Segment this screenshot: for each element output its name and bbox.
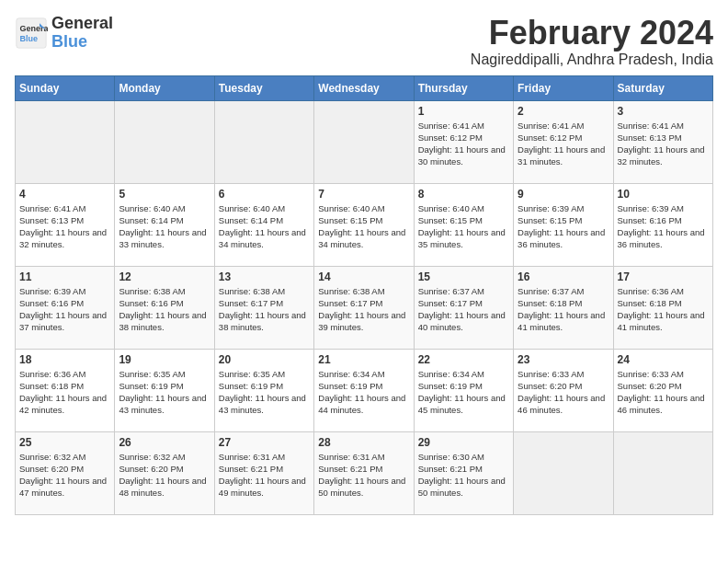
sunrise-text: Sunrise: 6:31 AM xyxy=(219,452,285,462)
daylight-text: Daylight: 11 hours and 36 minutes. xyxy=(618,227,705,249)
sunset-text: Sunset: 6:12 PM xyxy=(518,132,582,143)
calendar-cell: 20 Sunrise: 6:35 AM Sunset: 6:19 PM Dayl… xyxy=(214,349,313,431)
sunrise-text: Sunrise: 6:35 AM xyxy=(119,369,185,379)
calendar-cell: 21 Sunrise: 6:34 AM Sunset: 6:19 PM Dayl… xyxy=(314,349,414,431)
day-number: 1 xyxy=(418,105,509,118)
day-info: Sunrise: 6:32 AM Sunset: 6:20 PM Dayligh… xyxy=(119,451,210,500)
sunrise-text: Sunrise: 6:37 AM xyxy=(518,286,584,296)
sunset-text: Sunset: 6:18 PM xyxy=(618,298,682,308)
sunrise-text: Sunrise: 6:40 AM xyxy=(219,203,285,213)
calendar-cell: 27 Sunrise: 6:31 AM Sunset: 6:21 PM Dayl… xyxy=(214,431,313,514)
calendar-cell: 15 Sunrise: 6:37 AM Sunset: 6:17 PM Dayl… xyxy=(414,266,513,349)
day-number: 29 xyxy=(418,436,509,449)
day-info: Sunrise: 6:35 AM Sunset: 6:19 PM Dayligh… xyxy=(219,368,310,417)
week-row-2: 4 Sunrise: 6:41 AM Sunset: 6:13 PM Dayli… xyxy=(16,183,713,266)
day-info: Sunrise: 6:37 AM Sunset: 6:17 PM Dayligh… xyxy=(418,285,509,334)
day-info: Sunrise: 6:41 AM Sunset: 6:13 PM Dayligh… xyxy=(618,120,709,168)
sunrise-text: Sunrise: 6:40 AM xyxy=(318,203,384,213)
sunset-text: Sunset: 6:15 PM xyxy=(418,215,483,225)
daylight-text: Daylight: 11 hours and 35 minutes. xyxy=(418,227,506,249)
sunset-text: Sunset: 6:21 PM xyxy=(219,464,283,474)
header-day-tuesday: Tuesday xyxy=(214,75,313,100)
day-info: Sunrise: 6:40 AM Sunset: 6:15 PM Dayligh… xyxy=(418,202,509,251)
sunrise-text: Sunrise: 6:40 AM xyxy=(418,203,484,213)
day-number: 8 xyxy=(418,188,509,201)
daylight-text: Daylight: 11 hours and 38 minutes. xyxy=(119,310,206,332)
sunset-text: Sunset: 6:16 PM xyxy=(618,215,682,225)
day-info: Sunrise: 6:40 AM Sunset: 6:14 PM Dayligh… xyxy=(119,202,210,251)
sunrise-text: Sunrise: 6:40 AM xyxy=(119,203,185,213)
calendar-cell: 1 Sunrise: 6:41 AM Sunset: 6:12 PM Dayli… xyxy=(414,100,513,183)
calendar-cell: 9 Sunrise: 6:39 AM Sunset: 6:15 PM Dayli… xyxy=(514,183,613,266)
sunrise-text: Sunrise: 6:34 AM xyxy=(418,369,484,379)
svg-text:Blue: Blue xyxy=(19,34,38,43)
day-info: Sunrise: 6:40 AM Sunset: 6:14 PM Dayligh… xyxy=(219,202,310,251)
sunset-text: Sunset: 6:19 PM xyxy=(219,381,283,391)
sunset-text: Sunset: 6:20 PM xyxy=(119,464,183,474)
calendar-cell: 3 Sunrise: 6:41 AM Sunset: 6:13 PM Dayli… xyxy=(613,100,712,183)
sunrise-text: Sunrise: 6:33 AM xyxy=(518,369,584,379)
day-number: 27 xyxy=(219,436,310,449)
day-number: 11 xyxy=(19,270,110,283)
sunrise-text: Sunrise: 6:37 AM xyxy=(418,286,484,296)
day-info: Sunrise: 6:34 AM Sunset: 6:19 PM Dayligh… xyxy=(418,368,509,417)
daylight-text: Daylight: 11 hours and 37 minutes. xyxy=(19,310,107,332)
day-info: Sunrise: 6:35 AM Sunset: 6:19 PM Dayligh… xyxy=(119,368,210,417)
calendar-cell: 14 Sunrise: 6:38 AM Sunset: 6:17 PM Dayl… xyxy=(314,266,414,349)
calendar-cell: 6 Sunrise: 6:40 AM Sunset: 6:14 PM Dayli… xyxy=(214,183,313,266)
header-day-monday: Monday xyxy=(115,75,214,100)
day-info: Sunrise: 6:41 AM Sunset: 6:12 PM Dayligh… xyxy=(418,120,509,168)
day-number: 22 xyxy=(418,353,509,366)
calendar-cell: 17 Sunrise: 6:36 AM Sunset: 6:18 PM Dayl… xyxy=(613,266,712,349)
header-day-saturday: Saturday xyxy=(613,75,712,100)
day-number: 9 xyxy=(518,188,609,201)
day-number: 18 xyxy=(19,353,110,366)
calendar-cell: 29 Sunrise: 6:30 AM Sunset: 6:21 PM Dayl… xyxy=(414,431,513,514)
header-day-friday: Friday xyxy=(514,75,613,100)
calendar-body: 1 Sunrise: 6:41 AM Sunset: 6:12 PM Dayli… xyxy=(16,100,713,514)
sunset-text: Sunset: 6:18 PM xyxy=(518,298,582,308)
calendar-header: SundayMondayTuesdayWednesdayThursdayFrid… xyxy=(16,75,713,100)
day-number: 26 xyxy=(119,436,210,449)
calendar-cell: 22 Sunrise: 6:34 AM Sunset: 6:19 PM Dayl… xyxy=(414,349,513,431)
sunrise-text: Sunrise: 6:41 AM xyxy=(19,203,85,213)
svg-text:General: General xyxy=(19,24,48,33)
calendar-cell xyxy=(314,100,414,183)
sunset-text: Sunset: 6:20 PM xyxy=(618,381,682,391)
day-info: Sunrise: 6:38 AM Sunset: 6:16 PM Dayligh… xyxy=(119,285,210,334)
calendar-cell: 11 Sunrise: 6:39 AM Sunset: 6:16 PM Dayl… xyxy=(16,266,115,349)
daylight-text: Daylight: 11 hours and 30 minutes. xyxy=(418,144,506,167)
daylight-text: Daylight: 11 hours and 43 minutes. xyxy=(119,393,206,415)
title-area: February 2024 Nagireddipalli, Andhra Pra… xyxy=(471,15,713,68)
sunset-text: Sunset: 6:15 PM xyxy=(318,215,382,225)
daylight-text: Daylight: 11 hours and 46 minutes. xyxy=(618,393,705,415)
day-info: Sunrise: 6:33 AM Sunset: 6:20 PM Dayligh… xyxy=(518,368,609,417)
header-row: SundayMondayTuesdayWednesdayThursdayFrid… xyxy=(16,75,713,100)
sunrise-text: Sunrise: 6:36 AM xyxy=(618,286,684,296)
day-info: Sunrise: 6:32 AM Sunset: 6:20 PM Dayligh… xyxy=(19,451,110,500)
logo-text-general: General xyxy=(51,15,113,33)
calendar-cell: 7 Sunrise: 6:40 AM Sunset: 6:15 PM Dayli… xyxy=(314,183,414,266)
day-info: Sunrise: 6:41 AM Sunset: 6:12 PM Dayligh… xyxy=(518,120,609,168)
header-day-thursday: Thursday xyxy=(414,75,513,100)
day-number: 15 xyxy=(418,270,509,283)
day-info: Sunrise: 6:36 AM Sunset: 6:18 PM Dayligh… xyxy=(19,368,110,417)
calendar-cell: 19 Sunrise: 6:35 AM Sunset: 6:19 PM Dayl… xyxy=(115,349,214,431)
page-header: General Blue General Blue February 2024 … xyxy=(15,15,713,68)
logo-text-blue: Blue xyxy=(51,33,113,52)
week-row-1: 1 Sunrise: 6:41 AM Sunset: 6:12 PM Dayli… xyxy=(16,100,713,183)
day-number: 24 xyxy=(618,353,709,366)
sunrise-text: Sunrise: 6:34 AM xyxy=(318,369,384,379)
sunrise-text: Sunrise: 6:35 AM xyxy=(219,369,285,379)
daylight-text: Daylight: 11 hours and 40 minutes. xyxy=(418,310,506,332)
day-number: 16 xyxy=(518,270,609,283)
day-info: Sunrise: 6:31 AM Sunset: 6:21 PM Dayligh… xyxy=(219,451,310,500)
calendar-cell xyxy=(115,100,214,183)
daylight-text: Daylight: 11 hours and 44 minutes. xyxy=(318,393,405,415)
week-row-3: 11 Sunrise: 6:39 AM Sunset: 6:16 PM Dayl… xyxy=(16,266,713,349)
sunset-text: Sunset: 6:19 PM xyxy=(119,381,183,391)
calendar-cell xyxy=(16,100,115,183)
calendar-cell xyxy=(514,431,613,514)
daylight-text: Daylight: 11 hours and 32 minutes. xyxy=(618,144,705,167)
calendar-cell: 18 Sunrise: 6:36 AM Sunset: 6:18 PM Dayl… xyxy=(16,349,115,431)
